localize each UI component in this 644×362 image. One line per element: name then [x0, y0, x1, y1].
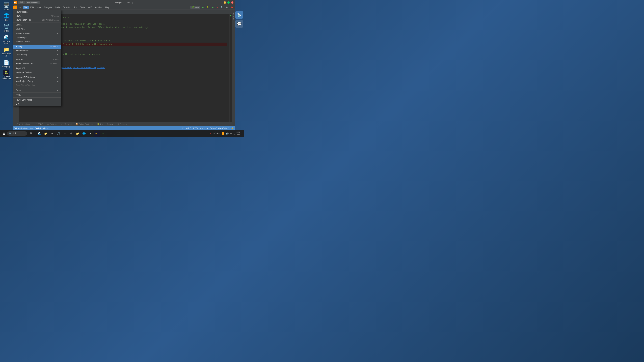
menu-window[interactable]: Window [94, 6, 104, 9]
encoding[interactable]: UTF-8 [193, 127, 198, 129]
chat-widget[interactable]: 💬 [235, 20, 243, 28]
network-icon-tray[interactable]: 📶 [222, 132, 224, 135]
menu-exit[interactable]: Exit [13, 102, 61, 106]
lock-icon: 🔒 [231, 127, 234, 129]
file-menu-dropdown: New Project... New... Alt+Insert New Scr… [13, 10, 62, 106]
taskbar-explorer[interactable]: 📁 [43, 131, 49, 137]
close-button[interactable]: ✕ [231, 1, 234, 4]
hot-news-label[interactable]: 今日热点 [213, 132, 220, 135]
search-everywhere-button[interactable]: 🔍 [220, 6, 224, 9]
taskbar-edge[interactable]: 🌊 [36, 131, 42, 137]
menu-run[interactable]: Run [72, 6, 78, 9]
menu-save-all[interactable]: Save All Ctrl+S [13, 57, 61, 61]
menu-repair-ide[interactable]: Repair IDE [13, 66, 61, 70]
desktop-icon-computer[interactable]: 🖥️ 此电脑 [1, 1, 12, 11]
edge-icon-label: Microsoft Edge [1, 40, 12, 44]
menu-tools[interactable]: Tools [79, 6, 86, 9]
system-tray-hotspot[interactable]: 🔺 [209, 132, 212, 135]
run-button[interactable]: ▶ [201, 6, 205, 9]
menu-power-save[interactable]: Power Save Mode [13, 98, 61, 102]
taskbar-chrome[interactable]: 🌐 [81, 131, 87, 137]
menu-edit[interactable]: Edit [29, 6, 35, 9]
taskbar-store[interactable]: 🛍 [62, 131, 68, 137]
menu-new-scratch[interactable]: New Scratch File Ctrl+Alt+Shift+Insert [13, 18, 61, 22]
problems-tab[interactable]: ⚠ Problems [46, 123, 59, 126]
window-title: testPython - main.py [114, 1, 133, 4]
recycle-icon-label: 回收站 [4, 30, 9, 32]
desktop-icon-file[interactable]: 📄 resampling... [1, 59, 12, 68]
taskbar-clock[interactable]: 11:38 2023/2/9 [233, 131, 240, 136]
taskbar-mail[interactable]: ✉ [49, 131, 55, 137]
menu-new[interactable]: New... Alt+Insert [13, 14, 61, 18]
desktop-icon-network[interactable]: 🌐 网络 [1, 12, 12, 22]
taskbar-pycharm1[interactable]: PC [94, 131, 100, 137]
clock-date: 2023/2/9 [233, 134, 240, 136]
python-version[interactable]: Python 3.8 (testPython) [210, 127, 229, 129]
debug-button[interactable]: 🐛 [206, 6, 210, 9]
taskbar-settings[interactable]: ⚙ [68, 131, 74, 137]
editor-options-button[interactable]: ⋮ [228, 11, 230, 14]
desktop-icon-edge[interactable]: 🌊 Microsoft Edge [1, 33, 12, 45]
menu-manage-ide[interactable]: Manage IDE Settings [13, 75, 61, 79]
python-packages-tab[interactable]: 📦 Python Packages [74, 123, 95, 126]
python-console-tab[interactable]: 🐍 Python Console [96, 123, 115, 126]
services-tab[interactable]: ⚙ Services [116, 123, 129, 126]
menu-refactor[interactable]: Refactor [62, 6, 72, 9]
taskbar-media[interactable]: 🎵 [56, 131, 62, 137]
stop-button[interactable]: ■ [216, 6, 219, 9]
menu-help[interactable]: Help [104, 6, 111, 9]
speaker-icon[interactable]: 🔊 [226, 132, 228, 135]
terminal-tab[interactable]: >_ Terminal [60, 123, 73, 126]
menu-save-as[interactable]: Save As... [13, 27, 61, 31]
menu-te-label[interactable]: te [18, 6, 22, 9]
menu-close-project[interactable]: Close Project [13, 36, 61, 40]
maximize-button[interactable]: □ [228, 1, 230, 4]
menu-new-projects-setup[interactable]: New Projects Setup [13, 79, 61, 83]
menu-reload-disk[interactable]: Reload All from Disk Ctrl+Alt+Y [13, 61, 61, 65]
edge-icon: 🌊 [3, 34, 10, 40]
taskbar-text[interactable]: T [88, 131, 94, 137]
menu-navigate[interactable]: Navigate [43, 6, 53, 9]
ime-icon[interactable]: 中 [230, 132, 232, 135]
title-tab-manage[interactable]: 管理 [18, 1, 25, 4]
indent[interactable]: 4 spaces [200, 127, 208, 129]
meeting-widget[interactable]: 📡 [235, 11, 243, 19]
start-button[interactable]: ⊞ [1, 131, 7, 137]
menu-vcs[interactable]: VCS [86, 6, 94, 9]
menu-print[interactable]: Print... [13, 93, 61, 97]
menu-open[interactable]: Open... [13, 23, 61, 27]
desktop-icon-folder1[interactable]: 📁 20230208课程 [1, 45, 12, 58]
todo-tab[interactable]: ✓ TODO [34, 123, 45, 126]
extra-button[interactable]: 🔖 [230, 6, 234, 9]
menu-settings[interactable]: Settings... Ctrl+Alt+S [13, 44, 61, 49]
taskbar-search[interactable]: 🔍 搜索 [7, 131, 27, 136]
edit-settings-link[interactable]: Edit application settings [14, 127, 34, 129]
computer-icon-label: 此电脑 [4, 8, 9, 11]
minimize-button[interactable]: − [224, 1, 226, 4]
menu-rename-project[interactable]: Rename Project... [13, 40, 61, 44]
taskbar-files[interactable]: 📁 [75, 131, 81, 137]
branch-selector[interactable]: 🌿 main [190, 6, 200, 9]
version-control-tab[interactable]: ⎇ Version Control [14, 123, 33, 126]
menu-export[interactable]: Export [13, 88, 61, 92]
taskbar-pycharm2[interactable]: PC [100, 131, 106, 137]
show-desktop-button[interactable]: | [242, 133, 242, 135]
settings-gear-button[interactable]: ⚙ [225, 6, 229, 9]
desktop-icon-pycharm[interactable]: 🐍 PyCharm Community [1, 69, 12, 80]
desktop-icon-recycle[interactable]: 🗑️ 回收站 [1, 23, 12, 33]
title-tab-windows[interactable]: For Windows [26, 1, 40, 4]
menu-view[interactable]: View [36, 6, 42, 9]
task-view-button[interactable]: ⧉ [28, 131, 34, 137]
menu-recent-projects[interactable]: Recent Projects [13, 32, 61, 36]
onedrive-label: OneDrive - Perso [35, 127, 49, 129]
run-coverage-button[interactable]: ▶ [211, 6, 214, 9]
menu-invalidate-caches[interactable]: Invalidate Caches... [13, 70, 61, 74]
menu-new-project[interactable]: New Project... [13, 10, 61, 14]
todo-label: TODO [38, 123, 43, 125]
folder1-icon: 📁 [3, 46, 10, 52]
line-endings[interactable]: CRLF [186, 127, 191, 129]
menu-file-properties[interactable]: File Properties [13, 49, 61, 53]
menu-code[interactable]: Code [54, 6, 61, 9]
menu-file[interactable]: File [23, 6, 28, 9]
menu-local-history[interactable]: Local History [13, 53, 61, 57]
